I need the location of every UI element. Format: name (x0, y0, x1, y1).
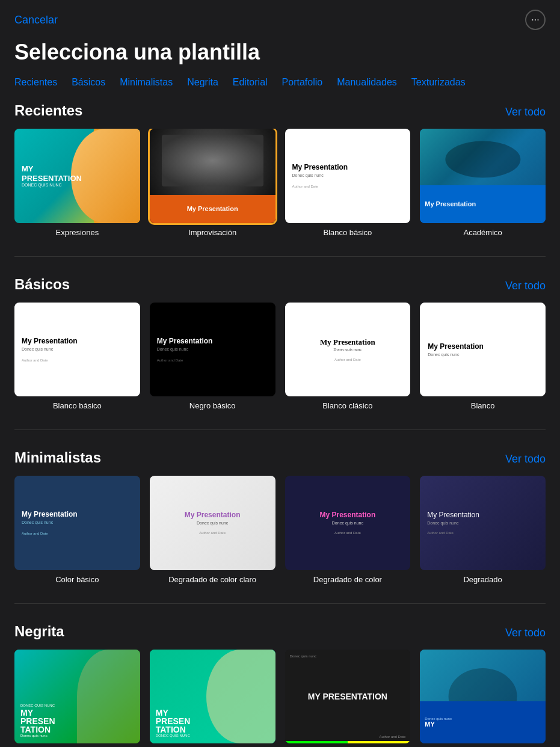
academico-bottom: My Presentation (420, 185, 546, 223)
templates-grid-negrita: DONEC QUIS NUNC MYPRESENTATION Donec qui… (14, 650, 546, 747)
list-item[interactable]: Donec quis nunc MY PRESENTATION Author a… (285, 650, 411, 747)
section-title-minimalistas: Minimalistas (14, 449, 101, 466)
list-item[interactable]: DONEC QUIS NUNC MYPRESENTATION Donec qui… (14, 650, 140, 747)
template-name-academico: Académico (420, 228, 546, 237)
template-text: MYPRESENTATION (20, 709, 134, 734)
list-item[interactable]: My Presentation Donec quis nunc Author a… (420, 476, 546, 584)
list-item[interactable]: My Presentation Donec quis nunc Author a… (14, 303, 140, 411)
tab-minimalistas[interactable]: Minimalistas (120, 77, 173, 88)
template-subtext: Donec quis nunc (333, 347, 362, 352)
list-item[interactable]: My Presentation Donec quis nunc Author a… (285, 129, 411, 237)
section-header-negrita: Negrita Ver todo (14, 623, 546, 640)
list-item[interactable]: MYPRESENTATION DONEC QUIS NUNC Expresion… (150, 650, 275, 747)
resumen-bottom-bar (285, 741, 411, 743)
section-basicos: Básicos Ver todo My Presentation Donec q… (0, 276, 560, 430)
template-thumb-academico: My Presentation (420, 129, 546, 223)
template-subtext: Donec quis nunc (292, 173, 404, 177)
improv-bar-text: My Presentation (187, 205, 238, 212)
tab-negrita[interactable]: Negrita (187, 77, 218, 88)
template-thumb-academico-negrita: Donec quis nunc MY (420, 650, 546, 744)
template-thumb-expresiones-negrita: MYPRESENTATION DONEC QUIS NUNC (150, 650, 275, 744)
template-subtext: Donec quis nunc (22, 347, 133, 351)
template-text: MYPRESENTATION (156, 709, 269, 734)
tab-editorial[interactable]: Editorial (233, 77, 268, 88)
tab-manualidades[interactable]: Manualidades (337, 77, 397, 88)
section-title-recientes: Recientes (14, 102, 82, 119)
template-name-degradado-claro: Degradado de color claro (150, 575, 275, 584)
template-text: My Presentation (22, 337, 133, 345)
template-name-expresiones: Expresiones (14, 228, 140, 237)
yellow-bar (348, 741, 410, 743)
template-name-improvisacion: Improvisación (150, 228, 275, 237)
section-header-basicos: Básicos Ver todo (14, 276, 546, 293)
template-name-blanco: Blanco (420, 401, 546, 410)
template-author: Author and Date (427, 531, 538, 535)
improv-bar: My Presentation (150, 195, 275, 223)
templates-grid-minimalistas: My Presentation Donec quis nunc Author a… (14, 476, 546, 584)
list-item[interactable]: My Presentation Donec quis nunc Blanco (420, 303, 546, 411)
template-author: Author and Date (199, 531, 226, 535)
template-thumb-degradado: My Presentation Donec quis nunc Author a… (420, 476, 546, 570)
template-text: My Presentation (427, 511, 538, 519)
template-author: Author and Date (380, 735, 406, 739)
template-author: Author and Date (334, 531, 361, 535)
tab-portafolio[interactable]: Portafolio (282, 77, 323, 88)
list-item[interactable]: My Presentation Donec quis nunc Author a… (150, 476, 275, 584)
list-item[interactable]: MYPRESENTATION DONEC QUIS NUNC Expresion… (14, 129, 140, 237)
list-item[interactable]: My Presentation Donec quis nunc Author a… (285, 476, 411, 584)
template-text: My Presentation (157, 337, 268, 345)
template-subtext: Donec quis nunc (197, 521, 228, 525)
template-subtext: DONEC QUIS NUNC (22, 183, 82, 187)
divider (14, 256, 546, 257)
template-subtext: Donec quis nunc (332, 521, 363, 525)
template-author: Author and Date (157, 358, 268, 362)
template-small-text: Donec quis nunc (290, 654, 317, 658)
see-all-basicos[interactable]: Ver todo (505, 280, 546, 292)
list-item[interactable]: My Presentation Donec quis nunc Author a… (14, 476, 140, 584)
template-name-color-basico: Color básico (14, 575, 140, 584)
tab-recientes[interactable]: Recientes (14, 77, 57, 88)
template-thumb-expresiones: MYPRESENTATION DONEC QUIS NUNC (14, 129, 140, 223)
template-author: Author and Date (22, 358, 133, 362)
template-name-blanco-clasico: Blanco clásico (285, 401, 411, 410)
list-item[interactable]: My Presentation Donec quis nunc Author a… (285, 303, 411, 411)
more-options-button[interactable]: ··· (525, 10, 546, 30)
divider (14, 603, 546, 604)
template-text: My Presentation (320, 337, 375, 347)
template-thumb-degradado-color: My Presentation Donec quis nunc Author a… (285, 476, 411, 570)
academico-negrita-text: MY (425, 721, 541, 728)
green-bar (285, 741, 348, 743)
template-thumb-resumen: Donec quis nunc MY PRESENTATION Author a… (285, 650, 411, 744)
list-item[interactable]: Donec quis nunc MY Académico (420, 650, 546, 747)
template-author: Author and Date (292, 185, 404, 188)
template-name-blanco-basico2: Blanco básico (14, 401, 140, 410)
template-text: My Presentation (428, 342, 538, 351)
template-subtext: DONEC QUIS NUNC (156, 734, 269, 737)
template-thumb-blanco-basico: My Presentation Donec quis nunc Author a… (285, 129, 411, 223)
template-text: MYPRESENTATION (22, 164, 82, 183)
see-all-negrita[interactable]: Ver todo (505, 627, 546, 639)
divider (14, 429, 546, 430)
template-name-degradado: Degradado (420, 575, 546, 584)
section-header-minimalistas: Minimalistas Ver todo (14, 449, 546, 466)
academico-text: My Presentation (425, 200, 476, 208)
section-header-recientes: Recientes Ver todo (14, 102, 546, 119)
template-author: Author and Date (334, 358, 361, 361)
tab-texturizadas[interactable]: Texturizadas (411, 77, 466, 88)
template-thumb-blanco: My Presentation Donec quis nunc (420, 303, 546, 397)
tab-basicos[interactable]: Básicos (72, 77, 105, 88)
see-all-minimalistas[interactable]: Ver todo (505, 453, 546, 466)
template-text: My Presentation (320, 511, 376, 519)
list-item[interactable]: My Presentation Improvisación (150, 129, 275, 237)
template-thumb-blanco-basico2: My Presentation Donec quis nunc Author a… (14, 303, 140, 397)
section-minimalistas: Minimalistas Ver todo My Presentation Do… (0, 449, 560, 603)
section-recientes: Recientes Ver todo MYPRESENTATION DONEC … (0, 102, 560, 256)
academico-image (420, 129, 546, 190)
list-item[interactable]: My Presentation Donec quis nunc Author a… (150, 303, 275, 411)
template-subtext: Donec quis nunc (157, 347, 268, 351)
cancel-button[interactable]: Cancelar (14, 14, 58, 26)
list-item[interactable]: My Presentation Académico (420, 129, 546, 237)
template-subtext: Donec quis nunc (20, 734, 134, 737)
template-thumb-negro-basico: My Presentation Donec quis nunc Author a… (150, 303, 275, 397)
see-all-recientes[interactable]: Ver todo (505, 106, 546, 118)
